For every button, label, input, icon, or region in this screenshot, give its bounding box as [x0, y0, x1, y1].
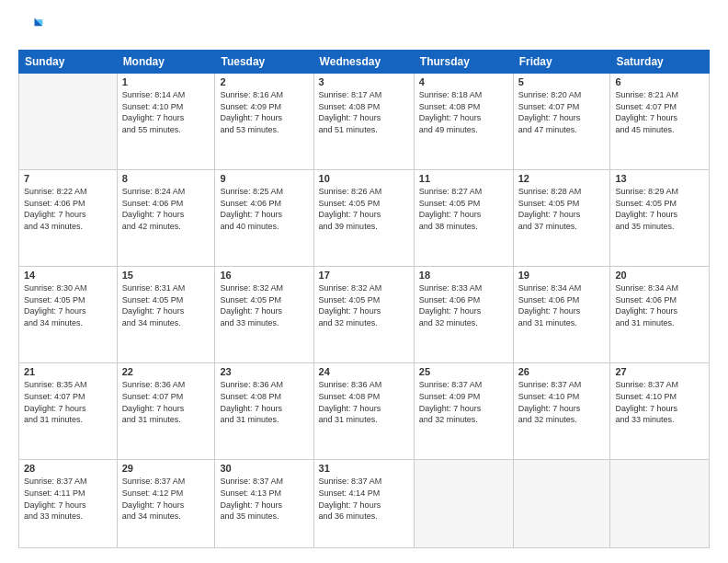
col-header-tuesday: Tuesday: [215, 51, 313, 74]
cell-info: Sunrise: 8:36 AM Sunset: 4:07 PM Dayligh…: [122, 379, 210, 425]
day-number: 20: [615, 270, 704, 281]
page: SundayMondayTuesdayWednesdayThursdayFrid…: [0, 0, 728, 563]
table-row: 28Sunrise: 8:37 AM Sunset: 4:11 PM Dayli…: [19, 460, 118, 548]
day-number: 27: [615, 366, 704, 377]
day-number: 13: [615, 173, 704, 184]
cell-info: Sunrise: 8:28 AM Sunset: 4:05 PM Dayligh…: [518, 186, 606, 232]
header: [18, 15, 710, 40]
cell-info: Sunrise: 8:17 AM Sunset: 4:08 PM Dayligh…: [319, 89, 409, 135]
table-row: 2Sunrise: 8:16 AM Sunset: 4:09 PM Daylig…: [215, 74, 313, 170]
day-number: 6: [615, 76, 704, 87]
logo-icon: [18, 15, 44, 40]
table-row: 31Sunrise: 8:37 AM Sunset: 4:14 PM Dayli…: [313, 460, 414, 548]
table-row: 30Sunrise: 8:37 AM Sunset: 4:13 PM Dayli…: [215, 460, 313, 548]
cell-info: Sunrise: 8:32 AM Sunset: 4:05 PM Dayligh…: [220, 282, 308, 328]
table-row: 23Sunrise: 8:36 AM Sunset: 4:08 PM Dayli…: [215, 363, 313, 460]
day-number: 23: [220, 366, 308, 377]
table-row: 18Sunrise: 8:33 AM Sunset: 4:06 PM Dayli…: [414, 267, 513, 363]
table-row: 15Sunrise: 8:31 AM Sunset: 4:05 PM Dayli…: [117, 267, 215, 363]
cell-info: Sunrise: 8:37 AM Sunset: 4:10 PM Dayligh…: [615, 379, 704, 425]
table-row: 13Sunrise: 8:29 AM Sunset: 4:05 PM Dayli…: [610, 170, 710, 267]
cell-info: Sunrise: 8:14 AM Sunset: 4:10 PM Dayligh…: [122, 89, 210, 135]
col-header-thursday: Thursday: [414, 51, 513, 74]
cell-info: Sunrise: 8:29 AM Sunset: 4:05 PM Dayligh…: [615, 186, 704, 232]
day-number: 14: [24, 270, 112, 281]
day-number: 16: [220, 270, 308, 281]
cell-info: Sunrise: 8:31 AM Sunset: 4:05 PM Dayligh…: [122, 282, 210, 328]
day-number: 21: [24, 366, 112, 377]
day-number: 3: [319, 76, 409, 87]
cell-info: Sunrise: 8:37 AM Sunset: 4:13 PM Dayligh…: [220, 476, 308, 522]
table-row: 7Sunrise: 8:22 AM Sunset: 4:06 PM Daylig…: [19, 170, 118, 267]
cell-info: Sunrise: 8:20 AM Sunset: 4:07 PM Dayligh…: [518, 89, 606, 135]
cell-info: Sunrise: 8:26 AM Sunset: 4:05 PM Dayligh…: [319, 186, 409, 232]
cell-info: Sunrise: 8:34 AM Sunset: 4:06 PM Dayligh…: [615, 282, 704, 328]
cell-info: Sunrise: 8:24 AM Sunset: 4:06 PM Dayligh…: [122, 186, 210, 232]
table-row: 20Sunrise: 8:34 AM Sunset: 4:06 PM Dayli…: [610, 267, 710, 363]
cell-info: Sunrise: 8:21 AM Sunset: 4:07 PM Dayligh…: [615, 89, 704, 135]
day-number: 11: [419, 173, 508, 184]
col-header-sunday: Sunday: [19, 51, 118, 74]
table-row: 19Sunrise: 8:34 AM Sunset: 4:06 PM Dayli…: [513, 267, 610, 363]
day-number: 19: [518, 270, 606, 281]
day-number: 30: [220, 463, 308, 474]
table-row: 9Sunrise: 8:25 AM Sunset: 4:06 PM Daylig…: [215, 170, 313, 267]
table-row: 16Sunrise: 8:32 AM Sunset: 4:05 PM Dayli…: [215, 267, 313, 363]
day-number: 31: [319, 463, 409, 474]
day-number: 1: [122, 76, 210, 87]
table-row: 11Sunrise: 8:27 AM Sunset: 4:05 PM Dayli…: [414, 170, 513, 267]
day-number: 26: [518, 366, 606, 377]
logo: [18, 15, 48, 40]
calendar: SundayMondayTuesdayWednesdayThursdayFrid…: [18, 50, 710, 548]
cell-info: Sunrise: 8:36 AM Sunset: 4:08 PM Dayligh…: [319, 379, 409, 425]
day-number: 5: [518, 76, 606, 87]
cell-info: Sunrise: 8:37 AM Sunset: 4:12 PM Dayligh…: [122, 476, 210, 522]
cell-info: Sunrise: 8:37 AM Sunset: 4:11 PM Dayligh…: [24, 476, 112, 522]
day-number: 29: [122, 463, 210, 474]
table-row: 22Sunrise: 8:36 AM Sunset: 4:07 PM Dayli…: [117, 363, 215, 460]
table-row: 5Sunrise: 8:20 AM Sunset: 4:07 PM Daylig…: [513, 74, 610, 170]
table-row: [19, 74, 118, 170]
table-row: 8Sunrise: 8:24 AM Sunset: 4:06 PM Daylig…: [117, 170, 215, 267]
day-number: 12: [518, 173, 606, 184]
cell-info: Sunrise: 8:22 AM Sunset: 4:06 PM Dayligh…: [24, 186, 112, 232]
table-row: 12Sunrise: 8:28 AM Sunset: 4:05 PM Dayli…: [513, 170, 610, 267]
day-number: 10: [319, 173, 409, 184]
cell-info: Sunrise: 8:32 AM Sunset: 4:05 PM Dayligh…: [319, 282, 409, 328]
day-number: 8: [122, 173, 210, 184]
table-row: 14Sunrise: 8:30 AM Sunset: 4:05 PM Dayli…: [19, 267, 118, 363]
col-header-saturday: Saturday: [610, 51, 710, 74]
cell-info: Sunrise: 8:25 AM Sunset: 4:06 PM Dayligh…: [220, 186, 308, 232]
table-row: [610, 460, 710, 548]
table-row: 6Sunrise: 8:21 AM Sunset: 4:07 PM Daylig…: [610, 74, 710, 170]
table-row: 27Sunrise: 8:37 AM Sunset: 4:10 PM Dayli…: [610, 363, 710, 460]
col-header-wednesday: Wednesday: [313, 51, 414, 74]
day-number: 28: [24, 463, 112, 474]
day-number: 4: [419, 76, 508, 87]
cell-info: Sunrise: 8:37 AM Sunset: 4:10 PM Dayligh…: [518, 379, 606, 425]
cell-info: Sunrise: 8:34 AM Sunset: 4:06 PM Dayligh…: [518, 282, 606, 328]
day-number: 7: [24, 173, 112, 184]
table-row: 1Sunrise: 8:14 AM Sunset: 4:10 PM Daylig…: [117, 74, 215, 170]
table-row: 25Sunrise: 8:37 AM Sunset: 4:09 PM Dayli…: [414, 363, 513, 460]
cell-info: Sunrise: 8:35 AM Sunset: 4:07 PM Dayligh…: [24, 379, 112, 425]
cell-info: Sunrise: 8:37 AM Sunset: 4:09 PM Dayligh…: [419, 379, 508, 425]
col-header-friday: Friday: [513, 51, 610, 74]
day-number: 22: [122, 366, 210, 377]
table-row: 26Sunrise: 8:37 AM Sunset: 4:10 PM Dayli…: [513, 363, 610, 460]
day-number: 24: [319, 366, 409, 377]
day-number: 18: [419, 270, 508, 281]
cell-info: Sunrise: 8:37 AM Sunset: 4:14 PM Dayligh…: [319, 476, 409, 522]
cell-info: Sunrise: 8:33 AM Sunset: 4:06 PM Dayligh…: [419, 282, 508, 328]
cell-info: Sunrise: 8:30 AM Sunset: 4:05 PM Dayligh…: [24, 282, 112, 328]
table-row: [414, 460, 513, 548]
cell-info: Sunrise: 8:18 AM Sunset: 4:08 PM Dayligh…: [419, 89, 508, 135]
day-number: 15: [122, 270, 210, 281]
table-row: 21Sunrise: 8:35 AM Sunset: 4:07 PM Dayli…: [19, 363, 118, 460]
table-row: 17Sunrise: 8:32 AM Sunset: 4:05 PM Dayli…: [313, 267, 414, 363]
table-row: [513, 460, 610, 548]
cell-info: Sunrise: 8:27 AM Sunset: 4:05 PM Dayligh…: [419, 186, 508, 232]
day-number: 17: [319, 270, 409, 281]
table-row: 29Sunrise: 8:37 AM Sunset: 4:12 PM Dayli…: [117, 460, 215, 548]
table-row: 3Sunrise: 8:17 AM Sunset: 4:08 PM Daylig…: [313, 74, 414, 170]
